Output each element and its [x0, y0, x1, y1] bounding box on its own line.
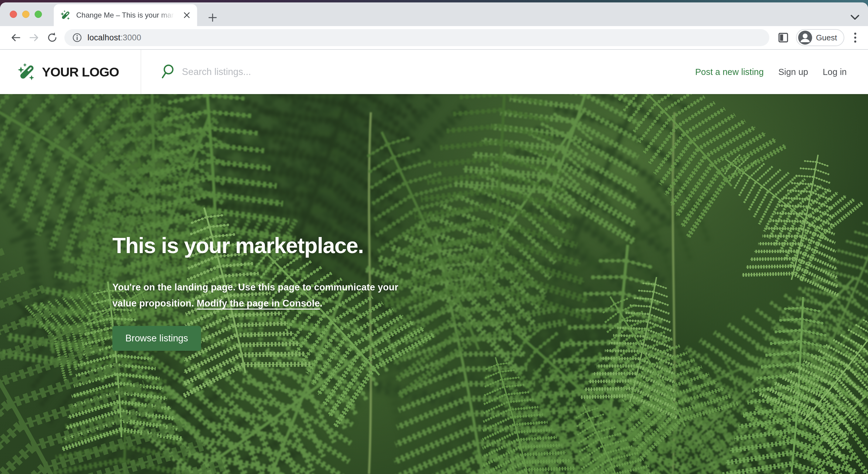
tab-list-button[interactable] — [849, 11, 861, 23]
close-window-button[interactable] — [10, 11, 17, 18]
hero-body-line2: value proposition. — [112, 298, 196, 309]
side-panel-icon — [778, 32, 789, 43]
search-area — [161, 64, 695, 80]
browser-tab[interactable]: Change Me – This is your marke — [54, 4, 197, 26]
plus-icon — [208, 13, 217, 22]
search-input[interactable] — [182, 66, 695, 77]
arrow-left-icon — [10, 32, 21, 43]
reload-icon — [47, 32, 58, 43]
hero-content: This is your marketplace. You're on the … — [112, 233, 398, 351]
hero-body-period: . — [320, 298, 322, 309]
url-bar[interactable]: localhost:3000 — [64, 29, 769, 46]
tab-close-icon[interactable] — [182, 10, 192, 20]
logo-text: YOUR LOGO — [42, 65, 119, 79]
search-icon — [161, 64, 175, 80]
url-text: localhost:3000 — [88, 33, 141, 42]
hero-title: This is your marketplace. — [112, 233, 398, 258]
modify-page-console-link[interactable]: Modify the page in Console — [196, 298, 320, 309]
chevron-down-icon — [850, 14, 860, 20]
profile-chip[interactable]: Guest — [796, 29, 844, 46]
profile-label: Guest — [816, 33, 837, 42]
post-new-listing-link[interactable]: Post a new listing — [695, 67, 764, 77]
zoom-window-button[interactable] — [35, 11, 42, 18]
wand-logo-icon — [18, 62, 37, 81]
side-panel-button[interactable] — [777, 31, 790, 44]
hero-body: You're on the landing page. Use this pag… — [112, 279, 398, 311]
site-info-icon[interactable] — [72, 33, 82, 42]
top-nav: Post a new listing Sign up Log in — [695, 67, 868, 77]
browse-listings-button[interactable]: Browse listings — [112, 326, 201, 351]
forward-button[interactable] — [27, 31, 41, 44]
hero-body-line1: You're on the landing page. Use this pag… — [112, 282, 398, 293]
tab-title: Change Me – This is your marke — [76, 11, 177, 20]
url-port: :3000 — [120, 33, 141, 42]
kebab-menu-icon — [854, 32, 857, 43]
hero-section: This is your marketplace. You're on the … — [0, 94, 868, 474]
avatar-icon — [798, 31, 812, 45]
site-header: YOUR LOGO Post a new listing Sign up Log… — [0, 50, 868, 94]
back-button[interactable] — [9, 31, 23, 44]
browser-menu-button[interactable] — [849, 31, 861, 44]
minimize-window-button[interactable] — [22, 11, 29, 18]
arrow-right-icon — [29, 32, 39, 43]
sign-up-link[interactable]: Sign up — [778, 67, 808, 77]
tab-favicon-wand-icon — [60, 10, 71, 21]
browser-window: Change Me – This is your marke — [0, 2, 868, 474]
log-in-link[interactable]: Log in — [823, 67, 847, 77]
traffic-lights — [10, 11, 42, 18]
new-tab-button[interactable] — [207, 11, 219, 24]
url-host: localhost — [88, 33, 120, 42]
browser-toolbar: localhost:3000 Guest — [0, 26, 868, 50]
tab-strip: Change Me – This is your marke — [0, 2, 868, 26]
reload-button[interactable] — [45, 31, 59, 44]
logo[interactable]: YOUR LOGO — [0, 50, 141, 94]
